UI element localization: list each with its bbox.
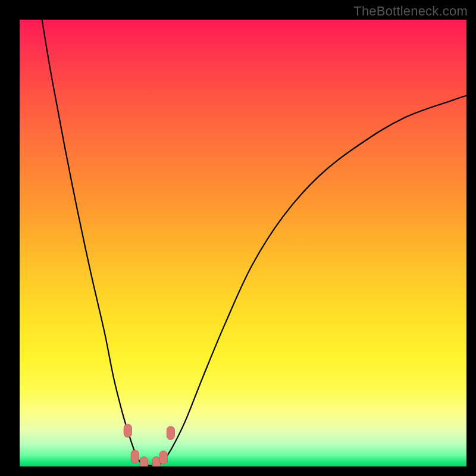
curve-marker [152, 457, 160, 466]
curve-markers [124, 424, 174, 466]
bottleneck-curve [42, 20, 466, 466]
curve-marker [167, 427, 174, 440]
curve-marker [131, 450, 139, 463]
curve-marker [124, 424, 131, 437]
watermark-text: TheBottleneck.com [353, 4, 468, 19]
curve-marker [159, 451, 167, 464]
plot-area [20, 20, 466, 466]
curve-layer [20, 20, 466, 466]
curve-marker [140, 457, 148, 466]
chart-frame: TheBottleneck.com [0, 0, 476, 476]
